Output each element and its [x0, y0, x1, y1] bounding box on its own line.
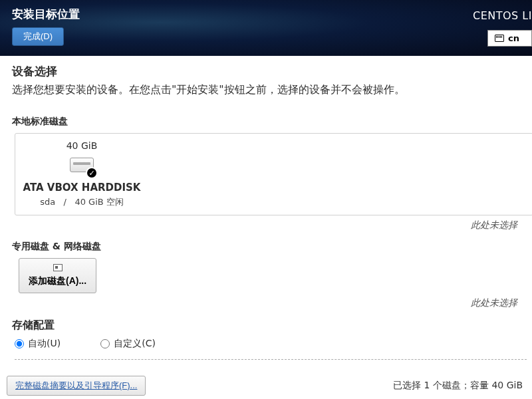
device-selection-title: 设备选择 — [12, 64, 520, 79]
storage-title: 存储配置 — [12, 319, 520, 332]
page-title: 安装目标位置 — [12, 7, 520, 22]
disk-item[interactable]: 40 GiB ✓ ATA VBOX HARDDISK sda / 40 GiB … — [15, 140, 148, 208]
done-button[interactable]: 完成(D) — [12, 27, 64, 46]
disk-size: 40 GiB — [15, 140, 148, 151]
lang-code: cn — [508, 33, 519, 43]
keyboard-layout-button[interactable]: cn — [487, 30, 532, 47]
local-disks-title: 本地标准磁盘 — [12, 116, 520, 128]
disk-model: ATA VBOX HARDDISK — [15, 182, 148, 194]
radio-auto[interactable]: 自动(U) — [15, 338, 61, 350]
device-selection-desc: 选择您想要安装的设备。在您点击"开始安装"按钮之前，选择的设备并不会被操作。 — [12, 83, 520, 97]
keyboard-icon — [495, 35, 504, 42]
content: 设备选择 选择您想要安装的设备。在您点击"开始安装"按钮之前，选择的设备并不会被… — [0, 56, 532, 368]
radio-custom[interactable]: 自定义(C) — [100, 338, 156, 350]
selection-status: 已选择 1 个磁盘；容量 40 GiB — [393, 380, 523, 392]
harddisk-icon: ✓ — [70, 156, 94, 178]
special-disks-footnote: 此处未选择 — [12, 297, 517, 309]
full-disk-summary-button[interactable]: 完整磁盘摘要以及引导程序(F)... — [7, 376, 146, 396]
distro-label: CENTOS LI — [473, 9, 532, 22]
check-icon: ✓ — [86, 167, 98, 179]
disk-add-icon — [53, 264, 63, 271]
special-disks-title: 专用磁盘 & 网络磁盘 — [12, 241, 520, 253]
local-disks-box: 40 GiB ✓ ATA VBOX HARDDISK sda / 40 GiB … — [15, 133, 532, 215]
disk-detail: sda / 40 GiB 空闲 — [15, 196, 148, 208]
add-disk-button[interactable]: 添加磁盘(A)... — [19, 258, 96, 293]
radio-custom-input[interactable] — [100, 339, 110, 348]
header: 安装目标位置 完成(D) CENTOS LI cn — [0, 0, 532, 56]
radio-auto-input[interactable] — [15, 339, 24, 348]
storage-config: 存储配置 自动(U) 自定义(C) — [12, 319, 520, 360]
local-disks-footnote: 此处未选择 — [12, 219, 517, 231]
bottom-bar: 完整磁盘摘要以及引导程序(F)... 已选择 1 个磁盘；容量 40 GiB — [0, 372, 532, 399]
